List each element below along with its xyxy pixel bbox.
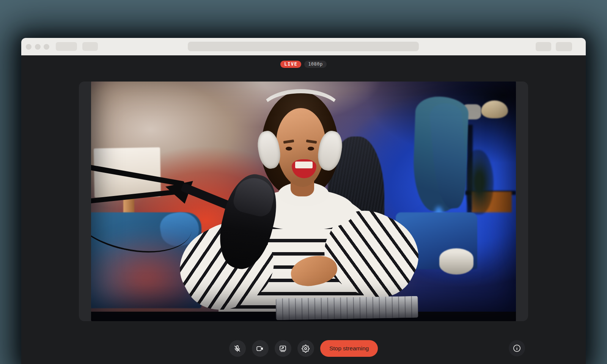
streamer-video <box>91 82 516 321</box>
gear-icon <box>302 345 310 353</box>
couch-left <box>91 212 201 308</box>
sofa-right <box>396 212 477 269</box>
eyebrow <box>283 140 294 144</box>
info-icon <box>513 344 521 353</box>
settings-button[interactable] <box>297 340 314 357</box>
microphone-grill <box>231 174 278 219</box>
tab-placeholder[interactable] <box>82 42 98 51</box>
headphone-earcup <box>316 129 345 172</box>
traffic-light-close-button[interactable] <box>26 44 31 50</box>
smiling-mouth <box>292 159 316 179</box>
streamer-neck <box>291 177 314 197</box>
condenser-microphone <box>212 169 285 275</box>
tab-placeholder[interactable] <box>56 42 77 51</box>
desk <box>91 312 516 321</box>
streamer-hair <box>261 91 339 196</box>
red-light-glow <box>91 230 219 321</box>
mic-boom-arm <box>91 189 180 204</box>
streamer-hand <box>288 252 340 290</box>
blue-lamp <box>433 206 444 245</box>
lamp-tripod-leg <box>127 228 149 288</box>
toolbar-button-placeholder[interactable] <box>536 42 551 51</box>
orange-box <box>472 191 512 212</box>
couch-pillow <box>158 209 201 249</box>
traffic-light-zoom-button[interactable] <box>44 44 49 50</box>
streamer-arm <box>311 197 431 311</box>
eye <box>286 147 292 151</box>
keyboard <box>276 296 418 320</box>
mic-boom-arm <box>91 164 184 187</box>
mic-off-icon <box>233 345 241 353</box>
white-round-box <box>439 248 473 275</box>
address-bar[interactable] <box>188 42 419 51</box>
live-badge: LIVE <box>280 61 301 68</box>
stream-status-row: LIVE 1080p <box>21 61 586 68</box>
traffic-light-minimize-button[interactable] <box>35 44 41 50</box>
floor-lamp-shade <box>94 147 161 198</box>
striped-sweater <box>219 189 388 321</box>
stop-streaming-button[interactable]: Stop streaming <box>320 340 378 357</box>
video-stage <box>79 82 528 321</box>
desktop-background: LIVE 1080p <box>0 0 607 364</box>
hanging-shirt <box>429 102 470 210</box>
quality-badge: 1080p <box>304 61 327 68</box>
headphones-band <box>259 89 343 134</box>
gaming-chair <box>327 136 384 271</box>
streamer-face <box>276 108 326 187</box>
info-button[interactable] <box>509 340 525 356</box>
hanging-jacket <box>412 96 469 212</box>
floor-lamp-pole <box>123 195 134 241</box>
plant <box>465 150 494 215</box>
streamer-arm <box>167 208 287 321</box>
eye <box>308 147 314 151</box>
browser-toolbar <box>21 38 586 55</box>
lamp-tripod-leg <box>103 228 127 287</box>
boom-arm-link <box>181 182 231 209</box>
mic-cable <box>91 175 198 263</box>
headphone-earcup <box>255 129 283 170</box>
shelf <box>467 125 473 268</box>
camera-button[interactable] <box>252 340 269 357</box>
stream-controls: Stop streaming <box>21 340 586 357</box>
blue-light-glow <box>406 206 508 273</box>
toolbar-button-placeholder[interactable] <box>556 42 572 51</box>
shelf-board <box>465 191 516 195</box>
round-box <box>481 100 508 118</box>
share-screen-button[interactable] <box>275 340 291 357</box>
sweater-collar-area <box>253 189 355 230</box>
sweater-collar <box>278 182 329 206</box>
share-screen-icon <box>279 345 287 353</box>
boom-arm-pivot <box>165 181 193 204</box>
browser-window: LIVE 1080p <box>21 38 586 364</box>
mute-microphone-button[interactable] <box>229 340 246 357</box>
eyebrow <box>306 140 317 144</box>
storage-box <box>462 104 481 119</box>
video-camera-icon <box>256 345 264 353</box>
teeth <box>295 162 312 168</box>
